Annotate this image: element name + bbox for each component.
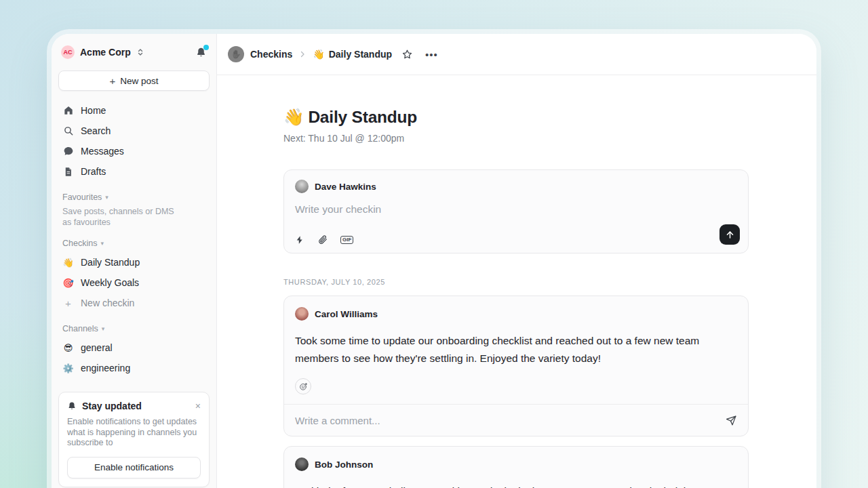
add-reaction-button[interactable] [295, 378, 311, 394]
list-item-label: general [81, 342, 113, 353]
workspace-name: Acme Corp [80, 47, 131, 58]
sidebar-item-daily-standup[interactable]: 👋 Daily Standup [58, 252, 210, 272]
stay-updated-card: Stay updated × Enable notifications to g… [58, 392, 210, 487]
section-title: Favourites [62, 192, 102, 202]
nav-label: Drafts [81, 166, 106, 177]
enable-notifications-button[interactable]: Enable notifications [67, 457, 201, 479]
comment-bar [284, 404, 748, 436]
sidebar-nav: Home Search Messages Drafts [58, 100, 210, 182]
workspace-avatar: AC [61, 45, 75, 59]
sidebar-item-weekly-goals[interactable]: 🎯 Weekly Goals [58, 272, 210, 293]
wave-emoji-icon: 👋 [62, 258, 74, 268]
caret-down-icon: ▾ [105, 194, 108, 201]
space-hand-icon[interactable]: ✋ [228, 46, 244, 62]
notifications-bell-button[interactable] [195, 47, 207, 58]
list-item-label: Weekly Goals [81, 277, 139, 288]
nav-label: Messages [81, 146, 124, 157]
breadcrumb-daily-standup[interactable]: Daily Standup [329, 49, 392, 60]
wave-emoji-icon: 👋 [283, 107, 304, 127]
sunglasses-emoji-icon: 😎 [62, 343, 74, 353]
avatar [295, 307, 309, 321]
nav-label: Search [81, 125, 111, 136]
home-icon [62, 105, 74, 116]
arrow-up-icon [725, 230, 735, 240]
page-title: 👋 Daily Standup [283, 107, 816, 127]
new-post-button[interactable]: + New post [58, 70, 210, 91]
composer-author-name: Dave Hawkins [315, 182, 376, 192]
sidebar: AC Acme Corp + New post Home [52, 34, 217, 488]
post-author-name: Carol Williams [315, 309, 378, 319]
workspace-switcher[interactable]: AC Acme Corp [58, 43, 210, 61]
plus-icon: + [62, 298, 74, 308]
sidebar-item-home[interactable]: Home [58, 100, 210, 121]
sidebar-item-channel-engineering[interactable]: ⚙️ engineering [58, 358, 210, 378]
chat-bubble-icon [62, 146, 74, 157]
breadcrumb-checkins[interactable]: Checkins [250, 49, 292, 60]
unread-dot [203, 45, 209, 50]
notice-title: Stay updated [82, 401, 190, 411]
zap-icon[interactable] [295, 235, 304, 245]
checkin-post: Carol Williams Took some time to update … [283, 296, 749, 436]
avatar [295, 180, 309, 193]
date-header: THURSDAY, JULY 10, 2025 [283, 278, 816, 286]
new-post-label: New post [120, 76, 158, 86]
checkin-composer: Dave Hawkins Write your checkin GIF [283, 169, 749, 253]
search-icon [62, 125, 74, 136]
send-paper-plane-icon[interactable] [726, 415, 737, 426]
sidebar-item-messages[interactable]: Messages [58, 141, 210, 161]
list-item-label: Daily Standup [81, 257, 140, 268]
comment-input[interactable] [295, 415, 719, 426]
list-item-label: engineering [81, 363, 130, 373]
attachment-paperclip-icon[interactable] [317, 235, 328, 245]
post-body: Took some time to update our onboarding … [295, 332, 722, 367]
section-title: Channels [62, 324, 98, 333]
favourite-star-button[interactable] [401, 49, 413, 60]
next-occurrence-label: Next: Thu 10 Jul @ 12:00pm [283, 133, 816, 144]
post-body: Tackled a few new challenges and learned… [295, 483, 722, 488]
chevron-right-icon [298, 50, 307, 58]
sidebar-item-channel-general[interactable]: 😎 general [58, 338, 210, 358]
dart-emoji-icon: 🎯 [62, 278, 74, 288]
page-content: 👋 Daily Standup Next: Thu 10 Jul @ 12:00… [217, 75, 816, 488]
smiley-plus-icon [299, 382, 308, 391]
favourites-empty-hint: Save posts, channels or DMS as favourite… [62, 206, 184, 228]
checkin-editor[interactable]: Write your checkin [295, 203, 737, 216]
section-title: Checkins [62, 239, 97, 248]
plus-icon: + [109, 76, 115, 86]
app-window: AC Acme Corp + New post Home [52, 34, 816, 488]
main-panel: ✋ Checkins 👋 Daily Standup ••• 👋 Daily S… [217, 34, 816, 488]
avatar [295, 458, 309, 471]
more-options-button[interactable]: ••• [425, 49, 438, 60]
gear-emoji-icon: ⚙️ [62, 363, 74, 373]
post-author-name: Bob Johnson [315, 460, 373, 470]
sidebar-item-drafts[interactable]: Drafts [58, 161, 210, 182]
chevron-updown-icon [136, 48, 144, 56]
sidebar-item-new-checkin[interactable]: + New checkin [58, 293, 210, 313]
checkin-post: Bob Johnson Tackled a few new challenges… [283, 446, 749, 488]
document-icon [62, 167, 74, 177]
close-icon[interactable]: × [195, 401, 201, 411]
nav-label: Home [81, 105, 106, 116]
breadcrumb-bar: ✋ Checkins 👋 Daily Standup ••• [217, 34, 816, 75]
section-favourites[interactable]: Favourites ▾ [62, 192, 205, 202]
submit-checkin-button[interactable] [719, 224, 740, 245]
bell-icon [67, 401, 77, 411]
wave-emoji-icon: 👋 [313, 49, 324, 60]
sidebar-item-search[interactable]: Search [58, 121, 210, 141]
section-checkins[interactable]: Checkins ▾ [62, 239, 205, 248]
caret-down-icon: ▾ [102, 325, 105, 332]
caret-down-icon: ▾ [100, 240, 104, 247]
gif-icon[interactable]: GIF [340, 236, 353, 244]
section-channels[interactable]: Channels ▾ [62, 324, 205, 333]
notice-body: Enable notifications to get updates what… [67, 417, 201, 449]
list-item-label: New checkin [81, 298, 134, 308]
